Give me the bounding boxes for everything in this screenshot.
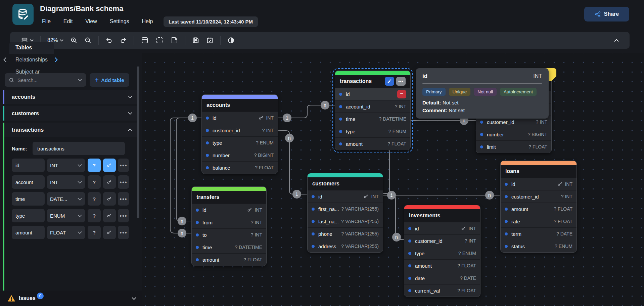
table-field-row[interactable]: amount? FLOAT [501,203,577,215]
issues-bar[interactable]: Issues 0 [0,291,142,306]
field-more-button[interactable]: ●●● [118,159,129,172]
field-name-input[interactable]: id [12,159,45,172]
table-field-row[interactable]: type? ENUM [404,247,480,259]
table-field-row[interactable]: amount? FLOAT [404,259,480,272]
table-field-row[interactable]: idINT [202,112,278,124]
table-field-row[interactable]: term? DATE [501,227,577,240]
table-field-row[interactable]: time? DATETIME [335,113,410,125]
field-primary-key-toggle[interactable] [103,192,116,206]
field-primary-key-toggle[interactable] [103,226,116,239]
table-field-row[interactable]: status? ENUM [501,240,577,252]
menu-item-help[interactable]: Help [138,17,157,26]
table-node-investments[interactable]: investments idINT customer_id? INT type?… [404,205,480,297]
table-field-row[interactable]: rate? FLOAT [501,215,577,227]
table-field-row[interactable]: customer_id? INT [404,234,480,247]
menu-item-file[interactable]: File [38,17,55,26]
table-field-row[interactable]: first_na...? VARCHAR(255) [308,203,383,215]
table-title-row[interactable]: loans [501,165,577,178]
table-field-row[interactable]: to? INT [192,228,266,241]
table-field-row[interactable]: number? BIGINT [476,128,551,140]
app-logo-icon[interactable] [12,4,34,25]
delete-field-button[interactable]: − [397,90,406,98]
table-field-row[interactable]: phone? VARCHAR(255) [308,227,383,240]
field-nullable-toggle[interactable]: ? [88,226,101,239]
table-field-row[interactable]: current_val? FLOAT [404,284,480,297]
todo-button[interactable] [203,37,217,44]
relationship-line[interactable] [383,195,404,239]
field-name-input[interactable]: amount [12,226,45,239]
table-title-row[interactable]: investments [404,209,480,222]
tab-relationships[interactable]: Relationships [9,54,54,66]
field-type-select[interactable]: DATE... [47,192,85,206]
table-field-row[interactable]: address? VARCHAR(255) [308,240,383,252]
field-name-input[interactable]: account_ [12,175,45,189]
table-field-row[interactable]: type? ENUM [335,125,410,137]
chevron-down-icon[interactable] [132,297,136,300]
menu-item-settings[interactable]: Settings [106,17,133,26]
table-node-loans[interactable]: loans idINT customer_id? INT amount? FLO… [500,161,577,253]
table-field-row[interactable]: time? DATETIME [192,241,266,253]
table-node-accounts[interactable]: accounts idINT customer_id? INT type? EN… [201,94,278,174]
table-field-row[interactable]: number? BIGINT [202,149,278,161]
field-type-select[interactable]: INT [47,175,85,189]
table-node-transfers[interactable]: transfers idINT from? INT to? INT time? … [191,186,267,266]
toolbar-collapse-button[interactable] [611,39,622,42]
field-more-button[interactable]: ●●● [118,192,129,206]
table-name-input[interactable]: transactions [33,142,125,155]
tabs-scroll-left-button[interactable] [3,57,7,62]
field-type-select[interactable]: ENUM [47,209,85,222]
table-field-row[interactable]: last_na...? VARCHAR(255) [308,215,383,227]
field-more-button[interactable]: ●●● [118,209,129,222]
table-field-row[interactable]: amount? FLOAT [192,253,266,266]
field-more-button[interactable]: ●●● [118,175,129,189]
field-type-select[interactable]: INT [47,159,85,172]
field-nullable-toggle[interactable]: ? [88,159,101,172]
table-field-row[interactable]: idINT [308,190,383,203]
tab-subject-ar[interactable]: Subject ar [9,66,54,78]
field-more-button[interactable]: ●●● [118,226,129,239]
table-node-customers[interactable]: customers idINT first_na...? VARCHAR(255… [307,173,383,253]
table-field-row[interactable]: customer_id? INT [202,124,278,136]
table-field-row[interactable]: type? ENUM [202,136,278,149]
menu-item-edit[interactable]: Edit [59,17,77,26]
field-name-input[interactable]: time [12,192,45,206]
save-button[interactable] [189,37,203,44]
theme-contrast-button[interactable] [224,37,238,44]
table-field-row[interactable]: id− [335,88,410,100]
table-field-row[interactable]: customer_id? INT [501,190,577,203]
sidebar-table-item-transactions[interactable]: transactions [4,123,138,137]
field-primary-key-toggle[interactable] [103,209,116,222]
menu-item-view[interactable]: View [81,17,101,26]
redo-button[interactable] [116,37,130,44]
edit-table-button[interactable] [385,77,394,86]
add-area-tool-button[interactable] [152,36,167,44]
field-type-select[interactable]: FLOAT [47,226,85,239]
table-field-row[interactable]: balance? FLOAT [202,161,278,174]
table-node-transactions[interactable]: transactions ••• id− account_id? INT tim… [335,71,411,150]
table-field-row[interactable]: from? INT [192,216,266,228]
tab-tables[interactable]: Tables [9,42,54,54]
sidebar-table-item-customers[interactable]: customers [3,106,138,121]
field-primary-key-toggle[interactable] [103,175,116,189]
field-nullable-toggle[interactable]: ? [88,192,101,206]
field-nullable-toggle[interactable]: ? [88,175,101,189]
table-field-row[interactable]: idINT [192,204,266,216]
field-primary-key-toggle[interactable] [103,159,116,172]
sidebar-table-item-accounts[interactable]: accounts [3,90,138,104]
zoom-in-button[interactable] [67,37,81,44]
table-field-row[interactable]: idINT [404,222,480,234]
sidebar-scrollbar[interactable] [137,54,139,218]
table-title-row[interactable]: transfers [192,191,266,204]
table-field-row[interactable]: limit? FLOAT [476,140,551,153]
table-more-button[interactable]: ••• [396,77,406,86]
table-title-row[interactable]: customers [308,177,383,190]
field-name-input[interactable]: type [12,209,45,222]
field-nullable-toggle[interactable]: ? [88,209,101,222]
zoom-out-button[interactable] [81,37,95,44]
table-field-row[interactable]: idINT [501,178,577,190]
add-note-tool-button[interactable] [167,36,182,44]
table-field-row[interactable]: date? DATE [404,272,480,284]
table-field-row[interactable]: account_id? INT [335,100,410,113]
add-table-button[interactable]: + Add table [90,73,129,87]
add-table-tool-button[interactable] [137,36,152,44]
